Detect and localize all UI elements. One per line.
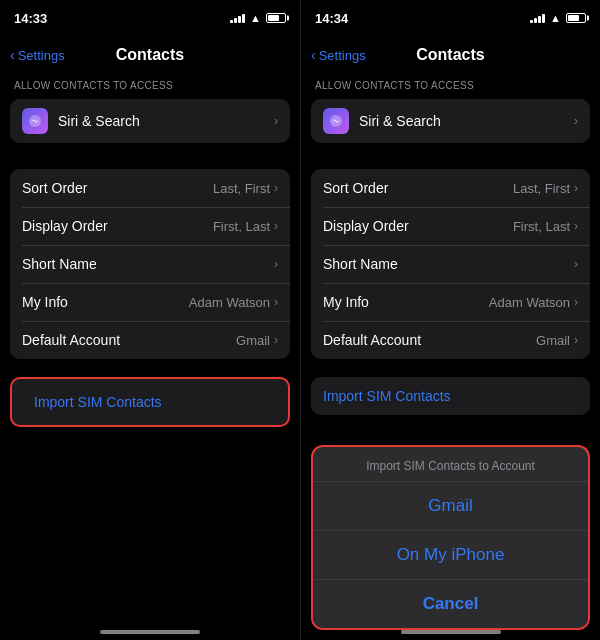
dialog-cancel-button[interactable]: Cancel bbox=[313, 579, 588, 628]
sort-order-row-left[interactable]: Sort Order Last, First › bbox=[10, 169, 290, 207]
sort-order-row-right[interactable]: Sort Order Last, First › bbox=[311, 169, 590, 207]
import-sim-group-right: Import SIM Contacts bbox=[311, 377, 590, 415]
status-icons-right: ▲ bbox=[530, 12, 586, 24]
siri-row-left[interactable]: Siri & Search › bbox=[10, 99, 290, 143]
short-name-row-left[interactable]: Short Name › bbox=[10, 245, 290, 283]
dialog-overlay: Import SIM Contacts to Account Gmail On … bbox=[301, 435, 600, 640]
my-info-label-left: My Info bbox=[22, 294, 189, 310]
display-order-label-right: Display Order bbox=[323, 218, 513, 234]
default-account-value-right: Gmail bbox=[536, 333, 570, 348]
display-order-row-right[interactable]: Display Order First, Last › bbox=[311, 207, 590, 245]
display-order-row-left[interactable]: Display Order First, Last › bbox=[10, 207, 290, 245]
dialog-title: Import SIM Contacts to Account bbox=[313, 447, 588, 482]
short-name-label-right: Short Name bbox=[323, 256, 574, 272]
siri-chevron-left: › bbox=[274, 114, 278, 128]
dialog-gmail-button[interactable]: Gmail bbox=[313, 482, 588, 530]
short-name-label-left: Short Name bbox=[22, 256, 274, 272]
status-time-left: 14:33 bbox=[14, 11, 47, 26]
wifi-icon-right: ▲ bbox=[550, 12, 561, 24]
siri-chevron-right: › bbox=[574, 114, 578, 128]
status-bar-left: 14:33 ▲ bbox=[0, 0, 300, 36]
back-chevron-left: ‹ bbox=[10, 47, 15, 63]
status-bar-right: 14:34 ▲ bbox=[301, 0, 600, 36]
default-account-label-right: Default Account bbox=[323, 332, 536, 348]
sort-order-chevron-left: › bbox=[274, 181, 278, 195]
default-account-chevron-right: › bbox=[574, 333, 578, 347]
sort-order-label-left: Sort Order bbox=[22, 180, 213, 196]
import-dialog: Import SIM Contacts to Account Gmail On … bbox=[311, 445, 590, 630]
siri-label-right: Siri & Search bbox=[359, 113, 574, 129]
nav-bar-left: ‹ Settings Contacts bbox=[0, 36, 300, 74]
sort-order-label-right: Sort Order bbox=[323, 180, 513, 196]
page-title-right: Contacts bbox=[416, 46, 484, 64]
siri-icon-left bbox=[22, 108, 48, 134]
back-label-left: Settings bbox=[18, 48, 65, 63]
battery-icon-right bbox=[566, 13, 586, 23]
my-info-value-left: Adam Watson bbox=[189, 295, 270, 310]
sort-order-value-left: Last, First bbox=[213, 181, 270, 196]
back-chevron-right: ‹ bbox=[311, 47, 316, 63]
import-sim-row-left[interactable]: Import SIM Contacts bbox=[22, 383, 278, 421]
short-name-chevron-right: › bbox=[574, 257, 578, 271]
default-account-row-left[interactable]: Default Account Gmail › bbox=[10, 321, 290, 359]
signal-icon-right bbox=[530, 13, 545, 23]
back-label-right: Settings bbox=[319, 48, 366, 63]
allow-section-header-left: ALLOW CONTACTS TO ACCESS bbox=[0, 74, 300, 95]
siri-group-left: Siri & Search › bbox=[10, 99, 290, 143]
import-sim-group-left: Import SIM Contacts bbox=[10, 377, 290, 427]
page-title-left: Contacts bbox=[116, 46, 184, 64]
my-info-value-right: Adam Watson bbox=[489, 295, 570, 310]
short-name-row-right[interactable]: Short Name › bbox=[311, 245, 590, 283]
default-account-row-right[interactable]: Default Account Gmail › bbox=[311, 321, 590, 359]
default-account-label-left: Default Account bbox=[22, 332, 236, 348]
display-order-chevron-left: › bbox=[274, 219, 278, 233]
default-account-chevron-left: › bbox=[274, 333, 278, 347]
import-sim-label-left: Import SIM Contacts bbox=[34, 394, 162, 410]
sort-order-chevron-right: › bbox=[574, 181, 578, 195]
default-account-value-left: Gmail bbox=[236, 333, 270, 348]
display-order-chevron-right: › bbox=[574, 219, 578, 233]
status-time-right: 14:34 bbox=[315, 11, 348, 26]
siri-group-right: Siri & Search › bbox=[311, 99, 590, 143]
display-order-value-right: First, Last bbox=[513, 219, 570, 234]
nav-bar-right: ‹ Settings Contacts bbox=[301, 36, 600, 74]
back-button-left[interactable]: ‹ Settings bbox=[10, 47, 65, 63]
my-info-chevron-left: › bbox=[274, 295, 278, 309]
my-info-row-right[interactable]: My Info Adam Watson › bbox=[311, 283, 590, 321]
my-info-chevron-right: › bbox=[574, 295, 578, 309]
dialog-on-my-iphone-button[interactable]: On My iPhone bbox=[313, 530, 588, 579]
siri-label-left: Siri & Search bbox=[58, 113, 274, 129]
status-icons-left: ▲ bbox=[230, 12, 286, 24]
left-screen: 14:33 ▲ ‹ Settings Contacts ALLOW CONTAC… bbox=[0, 0, 300, 640]
home-indicator-right bbox=[401, 630, 501, 634]
main-settings-group-left: Sort Order Last, First › Display Order F… bbox=[10, 169, 290, 359]
allow-section-header-right: ALLOW CONTACTS TO ACCESS bbox=[301, 74, 600, 95]
right-screen: 14:34 ▲ ‹ Settings Contacts ALLOW CONTAC… bbox=[300, 0, 600, 640]
wifi-icon: ▲ bbox=[250, 12, 261, 24]
my-info-row-left[interactable]: My Info Adam Watson › bbox=[10, 283, 290, 321]
siri-icon-right bbox=[323, 108, 349, 134]
display-order-value-left: First, Last bbox=[213, 219, 270, 234]
import-sim-label-right: Import SIM Contacts bbox=[323, 388, 451, 404]
short-name-chevron-left: › bbox=[274, 257, 278, 271]
sort-order-value-right: Last, First bbox=[513, 181, 570, 196]
signal-icon bbox=[230, 13, 245, 23]
import-sim-row-right[interactable]: Import SIM Contacts bbox=[311, 377, 590, 415]
back-button-right[interactable]: ‹ Settings bbox=[311, 47, 366, 63]
display-order-label-left: Display Order bbox=[22, 218, 213, 234]
siri-row-right[interactable]: Siri & Search › bbox=[311, 99, 590, 143]
main-settings-group-right: Sort Order Last, First › Display Order F… bbox=[311, 169, 590, 359]
my-info-label-right: My Info bbox=[323, 294, 489, 310]
battery-icon bbox=[266, 13, 286, 23]
home-indicator-left bbox=[100, 630, 200, 634]
